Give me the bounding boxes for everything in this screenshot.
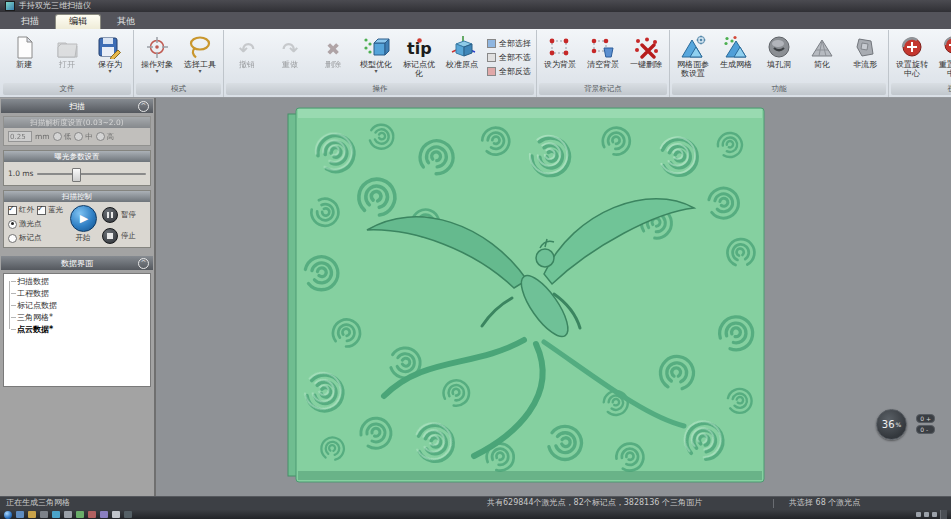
- collapse-panel-icon[interactable]: [138, 258, 149, 269]
- taskbar-app-icon[interactable]: [28, 511, 36, 518]
- list-item-selected[interactable]: 点云数据*: [6, 325, 148, 337]
- clear-background-button[interactable]: 清空背景: [582, 32, 624, 82]
- delete-markers-icon: [634, 32, 659, 59]
- stop-button[interactable]: 停止: [102, 228, 146, 244]
- tab-edit[interactable]: 编辑: [55, 14, 101, 29]
- list-item[interactable]: 扫描数据: [6, 277, 148, 289]
- checkbox-icon: [8, 206, 17, 215]
- stop-icon: [102, 228, 118, 244]
- reset-rotation-center-icon: R: [942, 32, 951, 59]
- taskbar-app-icon[interactable]: [76, 511, 84, 518]
- save-as-button[interactable]: 保存为 ▾: [89, 32, 131, 82]
- ribbon-item-label: 一键删除: [630, 60, 662, 69]
- save-as-icon: [98, 32, 122, 59]
- show-desktop-button[interactable]: [940, 510, 947, 519]
- select-none-button[interactable]: 全部不选: [487, 52, 531, 63]
- simplify-button[interactable]: 简化: [801, 32, 843, 82]
- set-rotation-center-button[interactable]: 设置旋转中心: [891, 32, 933, 82]
- resolution-input[interactable]: [8, 131, 32, 142]
- model-viewport[interactable]: 36% 0 + 0 -: [156, 98, 951, 496]
- taskbar-app-icon[interactable]: [100, 511, 108, 518]
- taskbar-app-icon[interactable]: [112, 511, 120, 518]
- undo-button[interactable]: ↶ 撤销: [226, 32, 268, 82]
- taskbar-app-icon[interactable]: [52, 511, 60, 518]
- operate-object-button[interactable]: 操作对象 ▾: [136, 32, 178, 82]
- set-background-button[interactable]: 设为背景: [539, 32, 581, 82]
- tray-icon[interactable]: [932, 512, 937, 517]
- left-panel: 扫描 扫描解析度设置(0.03~2.0) mm 低 中 高 曝光参数设置 1.0…: [0, 98, 156, 496]
- redo-icon: ↷: [282, 32, 298, 59]
- marker-optimize-button[interactable]: tip 标记点优化: [398, 32, 440, 82]
- mode-label: 标记点: [19, 233, 42, 243]
- system-tray: [916, 510, 947, 519]
- marker-point-radio[interactable]: 标记点: [8, 233, 64, 243]
- resolution-option-mid[interactable]: 中: [74, 132, 93, 142]
- taskbar-app-icon[interactable]: [16, 511, 24, 518]
- new-button[interactable]: 新建: [3, 32, 45, 82]
- zoom-step-value: 0: [920, 426, 924, 433]
- tab-other[interactable]: 其他: [104, 15, 148, 29]
- zoom-in-button[interactable]: 0 +: [916, 414, 935, 423]
- set-background-markers-icon: [548, 32, 572, 59]
- list-item[interactable]: 工程数据: [6, 289, 148, 301]
- ribbon-item-label: 重置旋转中心: [936, 60, 951, 78]
- taskbar-app-icon[interactable]: [124, 511, 132, 518]
- start-button[interactable]: [4, 511, 12, 519]
- collapse-panel-icon[interactable]: [138, 101, 149, 112]
- resolution-option-high[interactable]: 高: [96, 132, 115, 142]
- zoom-out-button[interactable]: 0 -: [916, 425, 935, 434]
- non-manifold-button[interactable]: 非流形: [844, 32, 886, 82]
- ribbon-item-label: 网格面参数设置: [674, 60, 712, 78]
- pause-icon: [102, 207, 118, 223]
- title-bar[interactable]: 手持双光三维扫描仪: [0, 0, 951, 12]
- redo-button[interactable]: ↷ 重做: [269, 32, 311, 82]
- zoom-level-badge[interactable]: 36%: [876, 409, 907, 440]
- pause-button[interactable]: 暂停: [102, 207, 146, 223]
- invert-selection-button[interactable]: 全部反选: [487, 66, 531, 77]
- delete-button[interactable]: ✖ 删除: [312, 32, 354, 82]
- select-all-button[interactable]: 全部选择: [487, 38, 531, 49]
- ribbon-item-label: 标记点优化: [400, 60, 438, 78]
- ribbon-group-label: 文件: [3, 83, 131, 95]
- exposure-box: 曝光参数设置 1.0 ms: [3, 150, 151, 186]
- taskbar-app-icon[interactable]: [88, 511, 96, 518]
- tray-icon[interactable]: [916, 512, 921, 517]
- mesh-parameters-button[interactable]: 网格面参数设置: [672, 32, 714, 82]
- infrared-checkbox[interactable]: 红外: [8, 205, 34, 215]
- open-button[interactable]: 打开: [46, 32, 88, 82]
- bluelight-checkbox[interactable]: 蓝光: [37, 205, 63, 215]
- exposure-slider[interactable]: [37, 173, 146, 175]
- list-item[interactable]: 标记点数据: [6, 301, 148, 313]
- ribbon-group-label: 视图: [891, 83, 951, 95]
- slider-thumb[interactable]: [72, 168, 81, 182]
- ribbon-item-label: 生成网格: [720, 60, 752, 69]
- resolution-option-low[interactable]: 低: [53, 132, 72, 142]
- status-selection-count: 共选择 68 个激光点: [789, 499, 860, 507]
- list-item[interactable]: 三角网格*: [6, 313, 148, 325]
- reset-rotation-center-button[interactable]: R 重置旋转中心: [934, 32, 951, 82]
- data-panel-title: 数据界面: [61, 258, 93, 269]
- app-logo-icon: [5, 1, 15, 11]
- select-tool-button[interactable]: 选择工具 ▾: [179, 32, 221, 82]
- zoom-step-value: 0: [920, 415, 924, 422]
- fill-holes-button[interactable]: 填孔洞: [758, 32, 800, 82]
- origin-align-button[interactable]: 校准原点: [441, 32, 483, 82]
- taskbar-app-icon[interactable]: [64, 511, 72, 518]
- ribbon-group-file: 新建 打开 保存为 ▾ 文件: [1, 30, 134, 97]
- undo-icon: ↶: [239, 32, 255, 59]
- tray-icon[interactable]: [924, 512, 929, 517]
- ribbon-group-label: 功能: [672, 83, 886, 95]
- scanned-mesh-canvas[interactable]: [284, 100, 776, 494]
- fill-holes-icon: [767, 32, 791, 59]
- resolution-unit: mm: [35, 132, 50, 141]
- sidebar-filler: [0, 389, 154, 496]
- dropdown-caret-icon: ▾: [155, 69, 158, 73]
- laser-point-radio[interactable]: 激光点: [8, 219, 64, 229]
- one-key-delete-button[interactable]: 一键删除: [625, 32, 667, 82]
- start-scan-button[interactable]: [70, 205, 97, 232]
- taskbar-app-icon[interactable]: [40, 511, 48, 518]
- stop-label: 停止: [121, 231, 136, 241]
- generate-mesh-button[interactable]: 生成网格: [715, 32, 757, 82]
- tab-scan[interactable]: 扫描: [8, 15, 52, 29]
- model-optimize-button[interactable]: 模型优化 ▾: [355, 32, 397, 82]
